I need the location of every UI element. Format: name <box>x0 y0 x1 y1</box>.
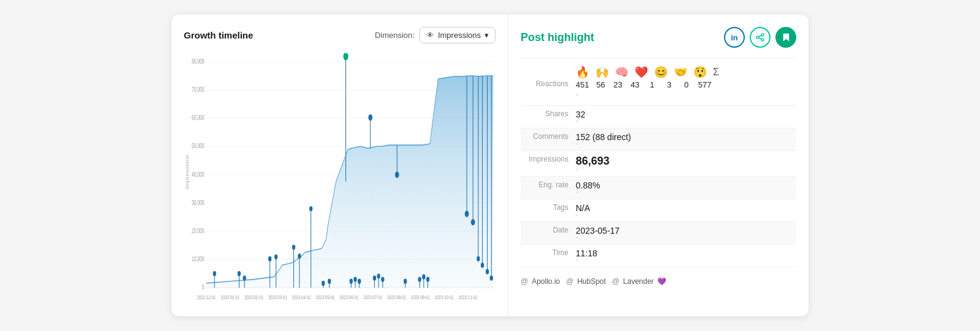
svg-point-45 <box>353 277 356 281</box>
bookmark-icon <box>782 33 790 42</box>
impressions-label: Impressions <box>521 151 576 176</box>
svg-point-77 <box>490 275 493 280</box>
linkedin-icon: in <box>731 33 738 42</box>
tags-value-col: N/A " <box>576 199 796 221</box>
svg-text:2023-02-01: 2023-02-01 <box>244 294 263 301</box>
svg-line-93 <box>759 35 761 37</box>
svg-point-67 <box>465 210 469 217</box>
impressions-row: Impressions 86,693 " <box>521 151 796 177</box>
svg-text:2023-10-01: 2023-10-01 <box>435 294 454 301</box>
growth-chart: 0 10,000 20,000 30,000 40,000 50,000 60,… <box>184 53 496 310</box>
eng-rate-value: 0.88% <box>576 180 796 190</box>
date-sub: " <box>576 236 796 243</box>
tag-hubspot-link[interactable]: HubSpot <box>577 277 606 286</box>
tags-row: Tags N/A " <box>521 199 796 222</box>
svg-point-92 <box>761 39 764 41</box>
tag-apollo-link[interactable]: Apollo.io <box>532 277 560 286</box>
reaction-icon-handshake: 🤝 <box>674 67 687 78</box>
svg-text:2023-01-01: 2023-01-01 <box>221 294 239 301</box>
svg-point-53 <box>377 273 380 278</box>
reactions-sub: " <box>576 93 796 103</box>
svg-point-75 <box>486 269 489 274</box>
svg-point-69 <box>471 219 475 226</box>
tag-at-apollo: @ <box>521 277 528 286</box>
reaction-val-brain: 23 <box>612 80 624 89</box>
reaction-icon-brain: 🧠 <box>615 67 628 78</box>
reaction-icon-smile: 😊 <box>654 67 668 78</box>
svg-text:2023-07-01: 2023-07-01 <box>363 294 382 301</box>
share-icon <box>756 33 764 42</box>
svg-text:2023-04-01: 2023-04-01 <box>292 294 311 301</box>
tag-lavender-link[interactable]: Lavender <box>623 277 654 286</box>
dimension-value: Impressions <box>438 31 481 40</box>
svg-text:2022-12-01: 2022-12-01 <box>197 294 216 301</box>
post-highlight-header: Post highlight in <box>521 27 796 48</box>
bookmark-button[interactable] <box>775 27 796 48</box>
shares-sub: " <box>576 119 796 127</box>
linkedin-button[interactable]: in <box>724 27 745 48</box>
svg-line-94 <box>759 38 761 39</box>
svg-text:60,000: 60,000 <box>192 114 205 122</box>
svg-point-49 <box>368 114 372 121</box>
reaction-val-smile: 1 <box>647 80 658 89</box>
reaction-icon-wow: 😲 <box>693 67 707 78</box>
svg-point-47 <box>358 279 361 284</box>
reaction-val-clap: 56 <box>595 80 606 89</box>
comments-sub: " <box>576 142 796 149</box>
tags-value: N/A <box>576 203 796 213</box>
time-label: Time <box>521 245 576 267</box>
comments-label: Comments <box>521 128 576 151</box>
shares-value: 32 <box>576 110 796 119</box>
svg-point-27 <box>268 256 271 261</box>
svg-point-61 <box>418 277 421 281</box>
chart-header: Growth timeline Dimension: 👁 Impressions… <box>184 27 496 43</box>
svg-point-33 <box>298 254 301 259</box>
svg-text:2023-09-01: 2023-09-01 <box>411 294 430 301</box>
chevron-down-icon: ▾ <box>484 31 489 40</box>
comments-row: Comments 152 (88 direct) " <box>521 128 796 151</box>
svg-text:2023-05-01: 2023-05-01 <box>316 294 335 301</box>
time-row: Time 11:18 " <box>521 245 796 267</box>
tags-footer: @ Apollo.io @ HubSpot @ Lavender 💜 <box>521 277 796 286</box>
comments-value-col: 152 (88 direct) " <box>576 128 796 151</box>
svg-text:2023-03-01: 2023-03-01 <box>268 294 287 301</box>
svg-point-37 <box>322 281 325 286</box>
comments-value: 152 (88 direct) <box>576 132 796 142</box>
reactions-values-row: 451 56 23 43 1 3 0 577 <box>576 79 796 93</box>
dimension-dropdown[interactable]: 👁 Impressions ▾ <box>420 27 496 43</box>
shares-row: Shares 32 " <box>521 106 796 128</box>
eng-rate-row: Eng. rate 0.88% " <box>521 177 796 199</box>
main-container: Growth timeline Dimension: 👁 Impressions… <box>172 15 809 316</box>
svg-text:2023-11-01: 2023-11-01 <box>459 294 478 301</box>
reaction-icon-clap: 🙌 <box>595 67 609 78</box>
svg-text:20,000: 20,000 <box>192 227 205 234</box>
svg-point-65 <box>426 277 429 281</box>
right-panel: Post highlight in <box>508 15 809 316</box>
dimension-label: Dimension: <box>375 31 415 40</box>
svg-point-59 <box>404 279 407 284</box>
svg-point-25 <box>243 275 246 280</box>
sigma-icon: Σ <box>713 67 719 78</box>
reaction-val-total: 577 <box>698 80 712 89</box>
svg-point-73 <box>481 262 484 267</box>
svg-text:30,000: 30,000 <box>192 199 205 206</box>
dimension-control: Dimension: 👁 Impressions ▾ <box>375 27 496 43</box>
date-row: Date 2023-05-17 " <box>521 222 796 245</box>
chart-title: Growth timeline <box>184 30 253 40</box>
svg-text:70,000: 70,000 <box>192 86 205 93</box>
eng-rate-label: Eng. rate <box>521 177 576 199</box>
impressions-sub: " <box>576 168 796 175</box>
svg-text:Impressions: Impressions <box>185 154 190 189</box>
svg-text:10,000: 10,000 <box>192 256 205 263</box>
svg-point-91 <box>756 36 759 39</box>
share-button[interactable] <box>750 27 771 48</box>
reaction-val-fire: 451 <box>576 80 589 89</box>
svg-text:2023-06-01: 2023-06-01 <box>340 294 359 301</box>
svg-point-21 <box>213 271 216 276</box>
svg-text:0: 0 <box>202 284 205 291</box>
reaction-icon-fire: 🔥 <box>576 67 589 78</box>
tag-at-hubspot: @ <box>566 277 573 286</box>
tags-label: Tags <box>521 199 576 221</box>
svg-point-29 <box>274 255 277 259</box>
chart-area: 0 10,000 20,000 30,000 40,000 50,000 60,… <box>184 53 496 310</box>
